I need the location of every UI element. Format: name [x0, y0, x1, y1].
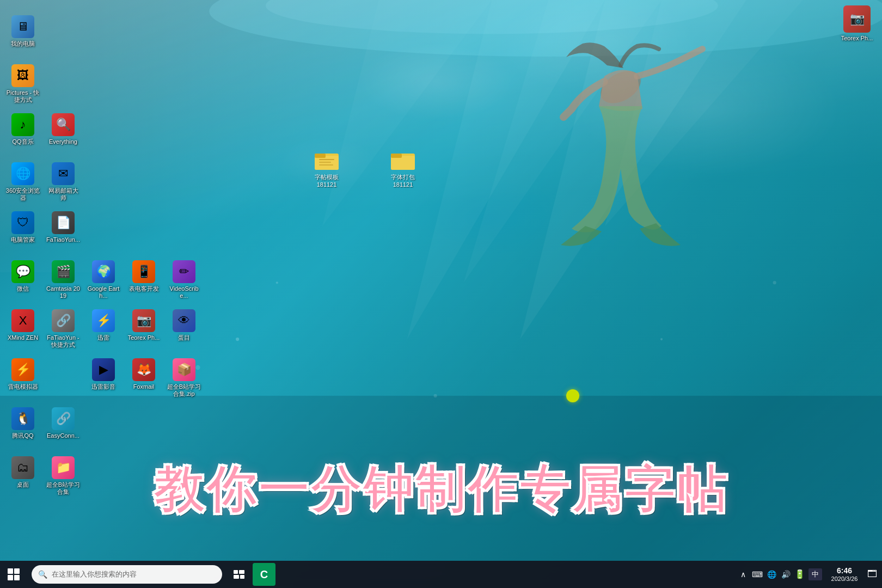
taskbar-search[interactable]: 🔍 在这里输入你想搜索的内容	[32, 565, 222, 584]
desktop-icon-eye[interactable]: 👁 蛋目	[164, 306, 204, 355]
svg-point-9	[236, 338, 239, 341]
svg-rect-18	[315, 154, 326, 158]
svg-marker-5	[322, 0, 492, 226]
svg-point-14	[773, 281, 776, 284]
svg-point-6	[209, 0, 882, 57]
tray-notification[interactable]: 🗔	[867, 569, 878, 580]
svg-rect-19	[319, 159, 334, 160]
desktop-icon-mail163[interactable]: ✉ 网易邮箱大师	[44, 159, 83, 208]
system-clock[interactable]: 6:46 2020/3/26	[825, 566, 863, 583]
svg-rect-28	[240, 575, 244, 579]
task-view-button[interactable]	[228, 563, 250, 586]
svg-point-15	[595, 64, 646, 109]
desktop-icon-360[interactable]: 🌐 360安全浏览器	[3, 159, 42, 208]
start-button[interactable]	[0, 561, 27, 588]
svg-point-12	[434, 394, 437, 397]
svg-point-10	[276, 281, 278, 284]
mermaid-image	[485, 22, 757, 250]
svg-marker-2	[464, 0, 661, 283]
svg-point-13	[660, 338, 663, 340]
desktop-icon-teorex-ph2[interactable]: 📷 Teorex Ph...	[124, 306, 163, 355]
taskbar: 🔍 在这里输入你想搜索的内容 C ∧ ⌨ 🌐 🔊 🔋 中 6:46 2020/3…	[0, 561, 882, 588]
svg-rect-27	[234, 575, 239, 579]
desktop-folder-font-template[interactable]: 字帖模板181121	[305, 147, 348, 189]
svg-point-7	[266, 0, 718, 34]
desktop-icon-tencentqq[interactable]: 🐧 腾讯QQ	[3, 404, 42, 453]
desktop-icon-camtasia[interactable]: 🎬 Camtasia 2019	[44, 257, 83, 306]
svg-rect-25	[234, 570, 238, 574]
desktop-icon-foxmail[interactable]: 🦊 Foxmail	[124, 355, 163, 404]
tray-up-arrow[interactable]: ∧	[738, 569, 749, 580]
svg-rect-24	[391, 154, 402, 158]
desktop-icon-pictures[interactable]: 🖼 Pictures - 快捷方式	[3, 61, 42, 110]
desktop-icons-area: 🖥 我的电脑 🖼 Pictures - 快捷方式 ♪ QQ音乐 🌐 360安全浏…	[0, 5, 169, 495]
tray-network[interactable]: 🌐	[766, 569, 777, 580]
desktop-icon-wechat[interactable]: 💬 微信	[3, 257, 42, 306]
desktop-folders-area: 字帖模板181121 字体打包181121	[305, 147, 425, 189]
desktop-icon-videoscribe[interactable]: ✏ VideoScribe...	[164, 257, 204, 306]
tray-volume[interactable]: 🔊	[780, 569, 791, 580]
desktop-icon-ldplayer[interactable]: ⚡ 雷电模拟器	[3, 355, 42, 404]
svg-marker-4	[605, 0, 803, 226]
windows-logo	[8, 568, 20, 580]
svg-rect-21	[319, 164, 333, 166]
desktop-icon-fatiao-shortcut[interactable]: 🔗 FaTiaoYun - 快捷方式	[44, 306, 83, 355]
ime-indicator[interactable]: 中	[808, 568, 822, 580]
search-icon: 🔍	[38, 570, 47, 579]
desktop-icon-xmind[interactable]: X XMind ZEN	[3, 306, 42, 355]
search-placeholder-text: 在这里输入你想搜索的内容	[52, 569, 137, 579]
overlay-main-title: 教你一分钟制作专属字帖	[0, 462, 882, 517]
svg-rect-20	[319, 162, 331, 163]
tray-battery[interactable]: 🔋	[794, 569, 805, 580]
tray-keyboard[interactable]: ⌨	[752, 569, 763, 580]
taskbar-camtasia-button[interactable]: C	[253, 563, 275, 586]
desktop-icon-xunlei-video[interactable]: ▶ 迅雷影音	[84, 355, 123, 404]
desktop-icon-my-computer[interactable]: 🖥 我的电脑	[3, 12, 42, 61]
desktop-icon-xunlei[interactable]: ⚡ 迅雷	[84, 306, 123, 355]
system-tray: ∧ ⌨ 🌐 🔊 🔋 中 6:46 2020/3/26 🗔	[733, 566, 882, 583]
desktop-folder-font-pack[interactable]: 字体打包181121	[381, 147, 425, 189]
desktop-icon-everything[interactable]: 🔍 Everything	[44, 110, 83, 159]
desktop-icon-easyconn[interactable]: 🔗 EasyConn...	[44, 404, 83, 453]
desktop-icon-bilibili-zip[interactable]: 📦 超全B站学习合集.zip	[164, 355, 204, 404]
desktop-icon-pc-manager[interactable]: 🛡 电脑管家	[3, 208, 42, 257]
svg-rect-26	[239, 570, 244, 574]
desktop-icon-tablet-dev[interactable]: 📱 表电客开发	[124, 257, 163, 306]
clock-date: 2020/3/26	[831, 575, 858, 583]
clock-time: 6:46	[837, 566, 852, 575]
overlay-title-area: 教你一分钟制作专属字帖	[0, 462, 882, 517]
desktop-icon-qq-music[interactable]: ♪ QQ音乐	[3, 110, 42, 159]
desktop-icon-fatiaoyun[interactable]: 📄 FaTiaoYun...	[44, 208, 83, 257]
desktop-icon-teorex-topright[interactable]: 📷 Teorex Ph...	[837, 5, 877, 42]
desktop-icon-google-earth[interactable]: 🌍 Google Earth...	[84, 257, 123, 306]
